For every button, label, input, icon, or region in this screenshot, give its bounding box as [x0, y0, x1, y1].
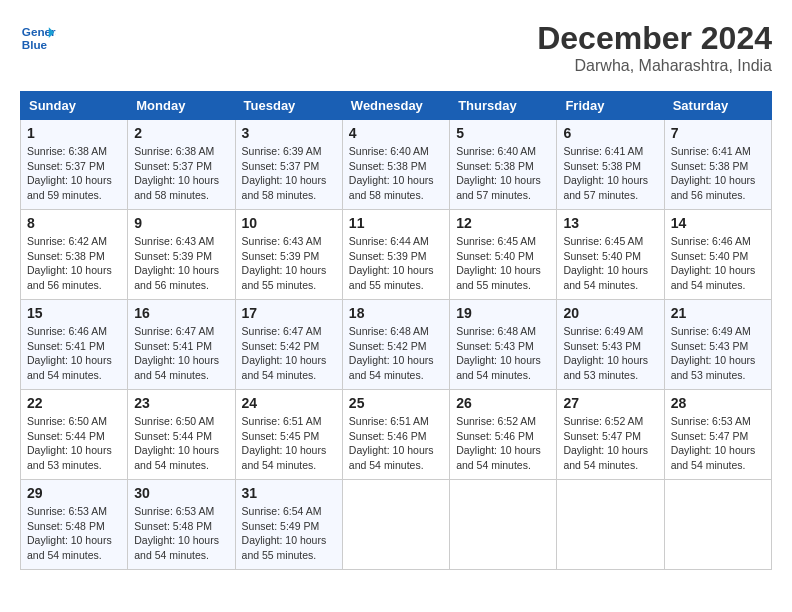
- calendar-cell: 13Sunrise: 6:45 AM Sunset: 5:40 PM Dayli…: [557, 210, 664, 300]
- day-number: 7: [671, 125, 765, 141]
- calendar-cell: 25Sunrise: 6:51 AM Sunset: 5:46 PM Dayli…: [342, 390, 449, 480]
- day-info: Sunrise: 6:49 AM Sunset: 5:43 PM Dayligh…: [671, 324, 765, 383]
- day-info: Sunrise: 6:45 AM Sunset: 5:40 PM Dayligh…: [563, 234, 657, 293]
- page-header: General Blue December 2024 Darwha, Mahar…: [20, 20, 772, 75]
- calendar-header-row: SundayMondayTuesdayWednesdayThursdayFrid…: [21, 92, 772, 120]
- calendar-day-header: Thursday: [450, 92, 557, 120]
- day-number: 9: [134, 215, 228, 231]
- day-info: Sunrise: 6:41 AM Sunset: 5:38 PM Dayligh…: [671, 144, 765, 203]
- day-number: 5: [456, 125, 550, 141]
- calendar-day-header: Monday: [128, 92, 235, 120]
- day-number: 17: [242, 305, 336, 321]
- calendar-cell: 5Sunrise: 6:40 AM Sunset: 5:38 PM Daylig…: [450, 120, 557, 210]
- day-info: Sunrise: 6:51 AM Sunset: 5:46 PM Dayligh…: [349, 414, 443, 473]
- day-info: Sunrise: 6:53 AM Sunset: 5:48 PM Dayligh…: [134, 504, 228, 563]
- calendar-body: 1Sunrise: 6:38 AM Sunset: 5:37 PM Daylig…: [21, 120, 772, 570]
- day-number: 20: [563, 305, 657, 321]
- calendar-cell: 27Sunrise: 6:52 AM Sunset: 5:47 PM Dayli…: [557, 390, 664, 480]
- day-info: Sunrise: 6:40 AM Sunset: 5:38 PM Dayligh…: [456, 144, 550, 203]
- calendar-cell: 31Sunrise: 6:54 AM Sunset: 5:49 PM Dayli…: [235, 480, 342, 570]
- day-info: Sunrise: 6:47 AM Sunset: 5:42 PM Dayligh…: [242, 324, 336, 383]
- calendar-cell: 26Sunrise: 6:52 AM Sunset: 5:46 PM Dayli…: [450, 390, 557, 480]
- day-number: 6: [563, 125, 657, 141]
- day-number: 23: [134, 395, 228, 411]
- day-number: 8: [27, 215, 121, 231]
- calendar-day-header: Saturday: [664, 92, 771, 120]
- calendar-subtitle: Darwha, Maharashtra, India: [537, 57, 772, 75]
- day-info: Sunrise: 6:47 AM Sunset: 5:41 PM Dayligh…: [134, 324, 228, 383]
- day-info: Sunrise: 6:45 AM Sunset: 5:40 PM Dayligh…: [456, 234, 550, 293]
- day-info: Sunrise: 6:52 AM Sunset: 5:46 PM Dayligh…: [456, 414, 550, 473]
- day-info: Sunrise: 6:39 AM Sunset: 5:37 PM Dayligh…: [242, 144, 336, 203]
- day-info: Sunrise: 6:43 AM Sunset: 5:39 PM Dayligh…: [134, 234, 228, 293]
- day-info: Sunrise: 6:49 AM Sunset: 5:43 PM Dayligh…: [563, 324, 657, 383]
- day-number: 30: [134, 485, 228, 501]
- day-info: Sunrise: 6:41 AM Sunset: 5:38 PM Dayligh…: [563, 144, 657, 203]
- day-info: Sunrise: 6:52 AM Sunset: 5:47 PM Dayligh…: [563, 414, 657, 473]
- day-number: 13: [563, 215, 657, 231]
- calendar-cell: 28Sunrise: 6:53 AM Sunset: 5:47 PM Dayli…: [664, 390, 771, 480]
- calendar-cell: 2Sunrise: 6:38 AM Sunset: 5:37 PM Daylig…: [128, 120, 235, 210]
- day-info: Sunrise: 6:42 AM Sunset: 5:38 PM Dayligh…: [27, 234, 121, 293]
- calendar-cell: 4Sunrise: 6:40 AM Sunset: 5:38 PM Daylig…: [342, 120, 449, 210]
- day-number: 14: [671, 215, 765, 231]
- title-block: December 2024 Darwha, Maharashtra, India: [537, 20, 772, 75]
- calendar-cell: 11Sunrise: 6:44 AM Sunset: 5:39 PM Dayli…: [342, 210, 449, 300]
- day-number: 3: [242, 125, 336, 141]
- calendar-cell: 9Sunrise: 6:43 AM Sunset: 5:39 PM Daylig…: [128, 210, 235, 300]
- day-number: 25: [349, 395, 443, 411]
- calendar-cell: [557, 480, 664, 570]
- day-info: Sunrise: 6:46 AM Sunset: 5:41 PM Dayligh…: [27, 324, 121, 383]
- day-info: Sunrise: 6:53 AM Sunset: 5:48 PM Dayligh…: [27, 504, 121, 563]
- calendar-cell: 16Sunrise: 6:47 AM Sunset: 5:41 PM Dayli…: [128, 300, 235, 390]
- day-info: Sunrise: 6:44 AM Sunset: 5:39 PM Dayligh…: [349, 234, 443, 293]
- calendar-cell: 17Sunrise: 6:47 AM Sunset: 5:42 PM Dayli…: [235, 300, 342, 390]
- day-number: 1: [27, 125, 121, 141]
- day-info: Sunrise: 6:38 AM Sunset: 5:37 PM Dayligh…: [27, 144, 121, 203]
- day-info: Sunrise: 6:38 AM Sunset: 5:37 PM Dayligh…: [134, 144, 228, 203]
- day-number: 16: [134, 305, 228, 321]
- logo-icon: General Blue: [20, 20, 56, 56]
- day-number: 15: [27, 305, 121, 321]
- calendar-day-header: Wednesday: [342, 92, 449, 120]
- calendar-day-header: Tuesday: [235, 92, 342, 120]
- calendar-cell: 20Sunrise: 6:49 AM Sunset: 5:43 PM Dayli…: [557, 300, 664, 390]
- calendar-cell: 10Sunrise: 6:43 AM Sunset: 5:39 PM Dayli…: [235, 210, 342, 300]
- day-number: 22: [27, 395, 121, 411]
- day-number: 11: [349, 215, 443, 231]
- calendar-week-row: 29Sunrise: 6:53 AM Sunset: 5:48 PM Dayli…: [21, 480, 772, 570]
- svg-text:Blue: Blue: [22, 38, 48, 51]
- day-info: Sunrise: 6:50 AM Sunset: 5:44 PM Dayligh…: [134, 414, 228, 473]
- day-info: Sunrise: 6:46 AM Sunset: 5:40 PM Dayligh…: [671, 234, 765, 293]
- day-info: Sunrise: 6:48 AM Sunset: 5:42 PM Dayligh…: [349, 324, 443, 383]
- calendar-cell: [450, 480, 557, 570]
- day-number: 4: [349, 125, 443, 141]
- calendar-cell: 12Sunrise: 6:45 AM Sunset: 5:40 PM Dayli…: [450, 210, 557, 300]
- calendar-week-row: 8Sunrise: 6:42 AM Sunset: 5:38 PM Daylig…: [21, 210, 772, 300]
- calendar-week-row: 1Sunrise: 6:38 AM Sunset: 5:37 PM Daylig…: [21, 120, 772, 210]
- day-info: Sunrise: 6:51 AM Sunset: 5:45 PM Dayligh…: [242, 414, 336, 473]
- day-number: 18: [349, 305, 443, 321]
- day-number: 2: [134, 125, 228, 141]
- day-number: 24: [242, 395, 336, 411]
- day-info: Sunrise: 6:53 AM Sunset: 5:47 PM Dayligh…: [671, 414, 765, 473]
- day-number: 29: [27, 485, 121, 501]
- calendar-cell: [342, 480, 449, 570]
- calendar-week-row: 15Sunrise: 6:46 AM Sunset: 5:41 PM Dayli…: [21, 300, 772, 390]
- calendar-cell: 29Sunrise: 6:53 AM Sunset: 5:48 PM Dayli…: [21, 480, 128, 570]
- day-number: 12: [456, 215, 550, 231]
- calendar-cell: 23Sunrise: 6:50 AM Sunset: 5:44 PM Dayli…: [128, 390, 235, 480]
- day-info: Sunrise: 6:43 AM Sunset: 5:39 PM Dayligh…: [242, 234, 336, 293]
- logo: General Blue: [20, 20, 56, 56]
- day-number: 28: [671, 395, 765, 411]
- calendar-title: December 2024: [537, 20, 772, 57]
- day-number: 19: [456, 305, 550, 321]
- day-number: 10: [242, 215, 336, 231]
- calendar-cell: 3Sunrise: 6:39 AM Sunset: 5:37 PM Daylig…: [235, 120, 342, 210]
- day-info: Sunrise: 6:54 AM Sunset: 5:49 PM Dayligh…: [242, 504, 336, 563]
- day-info: Sunrise: 6:50 AM Sunset: 5:44 PM Dayligh…: [27, 414, 121, 473]
- calendar-cell: 24Sunrise: 6:51 AM Sunset: 5:45 PM Dayli…: [235, 390, 342, 480]
- calendar-cell: 15Sunrise: 6:46 AM Sunset: 5:41 PM Dayli…: [21, 300, 128, 390]
- calendar-table: SundayMondayTuesdayWednesdayThursdayFrid…: [20, 91, 772, 570]
- day-number: 31: [242, 485, 336, 501]
